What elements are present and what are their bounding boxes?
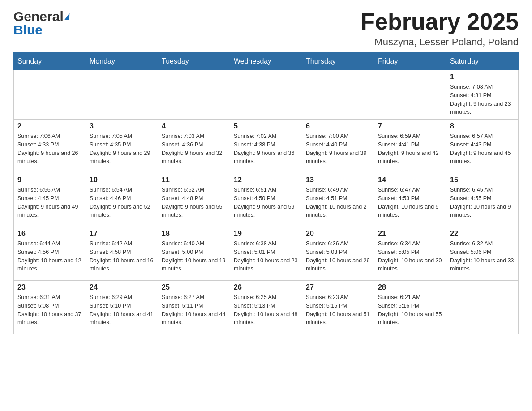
day-number: 16 xyxy=(17,230,82,238)
day-info: Sunrise: 6:45 AM xyxy=(450,186,515,194)
day-info: Sunset: 5:11 PM xyxy=(162,302,226,310)
calendar-cell: 5Sunrise: 7:02 AMSunset: 4:38 PMDaylight… xyxy=(230,120,302,173)
day-info: Sunrise: 6:25 AM xyxy=(234,293,298,302)
day-number: 7 xyxy=(378,122,442,130)
day-info: Sunset: 5:16 PM xyxy=(378,302,442,310)
day-info: Sunset: 4:53 PM xyxy=(378,194,442,203)
day-info: Sunset: 4:41 PM xyxy=(378,141,442,149)
logo-blue-text: Blue xyxy=(13,22,70,38)
day-info: Sunset: 4:48 PM xyxy=(162,194,226,203)
day-number: 19 xyxy=(234,230,298,238)
day-info: Daylight: 9 hours and 32 minutes. xyxy=(162,149,226,166)
calendar-cell: 21Sunrise: 6:34 AMSunset: 5:05 PMDayligh… xyxy=(374,227,446,281)
day-info: Sunrise: 6:40 AM xyxy=(162,240,226,248)
calendar-cell: 7Sunrise: 6:59 AMSunset: 4:41 PMDaylight… xyxy=(374,120,446,173)
calendar-header: SundayMondayTuesdayWednesdayThursdayFrid… xyxy=(14,53,519,70)
day-info: Sunset: 4:45 PM xyxy=(17,194,82,203)
day-info: Sunset: 4:55 PM xyxy=(450,194,515,203)
calendar-cell: 10Sunrise: 6:54 AMSunset: 4:46 PMDayligh… xyxy=(86,173,158,227)
day-info: Sunrise: 6:27 AM xyxy=(162,293,226,302)
day-info: Sunset: 5:10 PM xyxy=(90,302,154,310)
calendar-cell: 17Sunrise: 6:42 AMSunset: 4:58 PMDayligh… xyxy=(86,227,158,281)
calendar-cell: 12Sunrise: 6:51 AMSunset: 4:50 PMDayligh… xyxy=(230,173,302,227)
logo-general-text: General xyxy=(13,9,64,24)
day-info: Sunrise: 6:57 AM xyxy=(450,132,515,141)
calendar-cell: 23Sunrise: 6:31 AMSunset: 5:08 PMDayligh… xyxy=(14,281,86,334)
calendar-cell xyxy=(230,70,302,120)
calendar-body: 1Sunrise: 7:08 AMSunset: 4:31 PMDaylight… xyxy=(14,70,519,334)
weekday-header-wednesday: Wednesday xyxy=(230,53,302,70)
day-info: Sunset: 4:50 PM xyxy=(234,194,298,203)
day-info: Daylight: 10 hours and 37 minutes. xyxy=(17,310,82,327)
day-info: Daylight: 10 hours and 55 minutes. xyxy=(378,310,442,327)
logo: General Blue xyxy=(13,9,70,38)
day-info: Sunrise: 6:29 AM xyxy=(90,293,154,302)
day-info: Sunset: 5:06 PM xyxy=(450,248,515,257)
day-info: Sunrise: 6:59 AM xyxy=(378,132,442,141)
weekday-header-friday: Friday xyxy=(374,53,446,70)
day-info: Daylight: 10 hours and 2 minutes. xyxy=(306,203,370,220)
page-subtitle: Muszyna, Lesser Poland, Poland xyxy=(360,36,519,48)
day-info: Sunset: 5:08 PM xyxy=(17,302,82,310)
day-number: 4 xyxy=(162,122,226,130)
day-info: Daylight: 9 hours and 36 minutes. xyxy=(234,149,298,166)
day-info: Sunrise: 7:02 AM xyxy=(234,132,298,141)
day-info: Sunrise: 6:52 AM xyxy=(162,186,226,194)
day-number: 13 xyxy=(306,176,370,184)
day-info: Daylight: 9 hours and 26 minutes. xyxy=(17,149,82,166)
calendar-week-row: 9Sunrise: 6:56 AMSunset: 4:45 PMDaylight… xyxy=(14,173,519,227)
day-number: 26 xyxy=(234,283,298,291)
day-number: 25 xyxy=(162,283,226,291)
day-info: Daylight: 10 hours and 9 minutes. xyxy=(450,203,515,220)
day-number: 3 xyxy=(90,122,154,130)
day-info: Daylight: 10 hours and 16 minutes. xyxy=(90,257,154,274)
calendar-cell: 1Sunrise: 7:08 AMSunset: 4:31 PMDaylight… xyxy=(446,70,519,120)
day-info: Sunrise: 6:42 AM xyxy=(90,240,154,248)
day-info: Daylight: 9 hours and 59 minutes. xyxy=(234,203,298,220)
weekday-header-saturday: Saturday xyxy=(446,53,519,70)
calendar-week-row: 2Sunrise: 7:06 AMSunset: 4:33 PMDaylight… xyxy=(14,120,519,173)
day-info: Daylight: 10 hours and 30 minutes. xyxy=(378,257,442,274)
day-info: Sunrise: 6:56 AM xyxy=(17,186,82,194)
day-info: Sunrise: 6:23 AM xyxy=(306,293,370,302)
day-info: Sunrise: 6:21 AM xyxy=(378,293,442,302)
day-info: Sunrise: 7:08 AM xyxy=(450,83,515,91)
day-info: Sunrise: 7:03 AM xyxy=(162,132,226,141)
day-info: Daylight: 10 hours and 5 minutes. xyxy=(378,203,442,220)
page-header: General Blue February 2025 Muszyna, Less… xyxy=(13,9,519,48)
calendar-cell: 22Sunrise: 6:32 AMSunset: 5:06 PMDayligh… xyxy=(446,227,519,281)
day-info: Sunrise: 7:06 AM xyxy=(17,132,82,141)
day-info: Daylight: 9 hours and 45 minutes. xyxy=(450,149,515,166)
day-number: 27 xyxy=(306,283,370,291)
day-number: 21 xyxy=(378,230,442,238)
day-info: Sunrise: 6:38 AM xyxy=(234,240,298,248)
weekday-header-tuesday: Tuesday xyxy=(158,53,230,70)
day-number: 9 xyxy=(17,176,82,184)
calendar-cell xyxy=(14,70,86,120)
day-number: 5 xyxy=(234,122,298,130)
day-info: Sunset: 4:33 PM xyxy=(17,141,82,149)
day-info: Sunset: 5:05 PM xyxy=(378,248,442,257)
calendar-cell: 27Sunrise: 6:23 AMSunset: 5:15 PMDayligh… xyxy=(302,281,374,334)
day-info: Daylight: 10 hours and 51 minutes. xyxy=(306,310,370,327)
day-info: Sunset: 5:13 PM xyxy=(234,302,298,310)
day-number: 15 xyxy=(450,176,515,184)
day-info: Sunrise: 6:31 AM xyxy=(17,293,82,302)
day-number: 12 xyxy=(234,176,298,184)
day-info: Daylight: 10 hours and 23 minutes. xyxy=(234,257,298,274)
day-number: 6 xyxy=(306,122,370,130)
day-info: Daylight: 9 hours and 29 minutes. xyxy=(90,149,154,166)
day-info: Daylight: 9 hours and 23 minutes. xyxy=(450,100,515,117)
calendar-cell: 9Sunrise: 6:56 AMSunset: 4:45 PMDaylight… xyxy=(14,173,86,227)
calendar-cell: 11Sunrise: 6:52 AMSunset: 4:48 PMDayligh… xyxy=(158,173,230,227)
day-info: Daylight: 10 hours and 12 minutes. xyxy=(17,257,82,274)
day-info: Sunset: 4:56 PM xyxy=(17,248,82,257)
day-info: Sunrise: 6:51 AM xyxy=(234,186,298,194)
calendar-cell: 2Sunrise: 7:06 AMSunset: 4:33 PMDaylight… xyxy=(14,120,86,173)
day-number: 1 xyxy=(450,73,515,81)
day-number: 8 xyxy=(450,122,515,130)
day-info: Daylight: 10 hours and 48 minutes. xyxy=(234,310,298,327)
day-number: 11 xyxy=(162,176,226,184)
day-info: Daylight: 10 hours and 44 minutes. xyxy=(162,310,226,327)
day-number: 14 xyxy=(378,176,442,184)
